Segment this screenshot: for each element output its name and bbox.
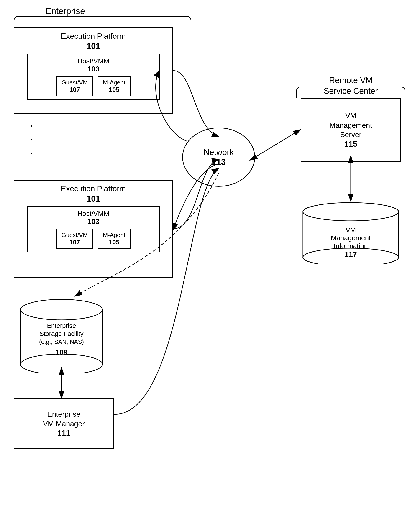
m-agent-top-title: M-Agent xyxy=(103,79,125,86)
svg-text:VM: VM xyxy=(346,226,356,234)
m-agent-bottom: M-Agent 105 xyxy=(98,229,130,249)
guest-vm-top: Guest/VM 107 xyxy=(56,76,93,96)
vm-management-server: VMManagementServer 115 xyxy=(301,98,401,162)
enterprise-label: Enterprise xyxy=(45,6,85,16)
enterprise-storage-svg: Enterprise Storage Facility (e.g., SAN, … xyxy=(18,296,105,373)
vm-management-server-title: VMManagementServer xyxy=(330,111,372,140)
guest-vm-top-title: Guest/VM xyxy=(61,79,88,86)
exec-platform-top-number: 101 xyxy=(18,41,169,51)
enterprise-vm-manager-number: 111 xyxy=(57,429,70,437)
host-vmm-bottom-number: 103 xyxy=(30,217,157,226)
m-agent-top: M-Agent 105 xyxy=(98,76,130,96)
svg-text:109: 109 xyxy=(55,348,68,356)
host-vmm-top-title: Host/VMM xyxy=(30,57,157,65)
execution-platform-bottom: Execution Platform 101 Host/VMM 103 Gues… xyxy=(14,180,173,278)
inner-boxes-bottom: Guest/VM 107 M-Agent 105 xyxy=(30,229,157,249)
network-ellipse: Network 113 xyxy=(182,127,255,187)
remote-vm-service-center-brace xyxy=(296,87,405,98)
host-vmm-top-number: 103 xyxy=(30,65,157,73)
m-agent-bottom-title: M-Agent xyxy=(103,231,125,239)
guest-vm-bottom-number: 107 xyxy=(61,239,88,246)
exec-platform-top-title: Execution Platform xyxy=(18,32,169,41)
exec-platform-bottom-number: 101 xyxy=(18,194,169,204)
vm-management-information: VM Management Information 117 xyxy=(301,200,401,264)
svg-text:117: 117 xyxy=(345,250,357,259)
guest-vm-bottom-title: Guest/VM xyxy=(61,231,88,239)
host-vmm-bottom: Host/VMM 103 Guest/VM 107 M-Agent 105 xyxy=(27,206,160,252)
m-agent-top-number: 105 xyxy=(103,86,125,93)
svg-point-8 xyxy=(21,299,103,320)
diagram-container: Enterprise Execution Platform 101 Host/V… xyxy=(0,0,420,513)
enterprise-vm-manager: EnterpriseVM Manager 111 xyxy=(14,398,114,449)
network-title: Network xyxy=(204,148,234,157)
arrow-network-vmserver xyxy=(255,130,300,157)
svg-text:Information: Information xyxy=(334,242,368,250)
host-vmm-bottom-title: Host/VMM xyxy=(30,210,157,217)
enterprise-brace xyxy=(14,16,191,27)
enterprise-vm-manager-title: EnterpriseVM Manager xyxy=(43,410,84,429)
enterprise-storage-facility: Enterprise Storage Facility (e.g., SAN, … xyxy=(18,296,105,373)
dots-separator: ··· xyxy=(30,119,33,159)
svg-point-1 xyxy=(303,203,399,221)
execution-platform-top: Execution Platform 101 Host/VMM 103 Gues… xyxy=(14,27,173,114)
m-agent-bottom-number: 105 xyxy=(103,239,125,246)
guest-vm-top-number: 107 xyxy=(61,86,88,93)
svg-text:Enterprise: Enterprise xyxy=(47,322,76,329)
inner-boxes-top: Guest/VM 107 M-Agent 105 xyxy=(30,76,157,96)
vm-management-server-number: 115 xyxy=(344,140,357,149)
host-vmm-top: Host/VMM 103 Guest/VM 107 M-Agent 105 xyxy=(27,54,160,100)
arrow-top-exec-to-network xyxy=(173,71,219,137)
guest-vm-bottom: Guest/VM 107 xyxy=(56,229,93,249)
exec-platform-bottom-title: Execution Platform xyxy=(18,184,169,193)
vm-mgmt-info-svg: VM Management Information 117 xyxy=(301,200,401,264)
svg-point-9 xyxy=(21,354,103,373)
svg-text:(e.g., SAN, NAS): (e.g., SAN, NAS) xyxy=(39,338,84,345)
svg-text:Storage Facility: Storage Facility xyxy=(40,330,84,337)
network-number: 113 xyxy=(211,157,226,167)
svg-text:Management: Management xyxy=(331,234,371,242)
